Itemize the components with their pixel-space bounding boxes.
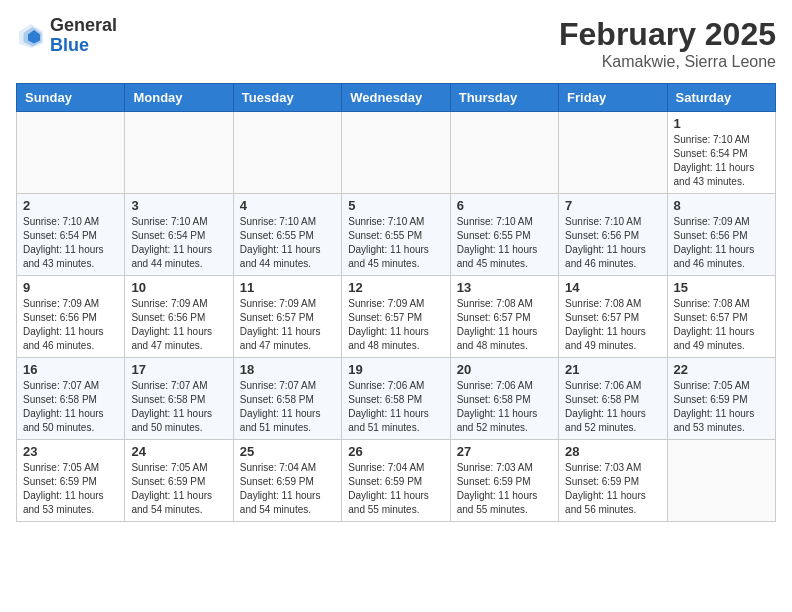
day-number: 3 — [131, 198, 226, 213]
day-info: Sunrise: 7:07 AM Sunset: 6:58 PM Dayligh… — [131, 379, 226, 435]
day-info: Sunrise: 7:10 AM Sunset: 6:54 PM Dayligh… — [674, 133, 769, 189]
calendar-cell: 20Sunrise: 7:06 AM Sunset: 6:58 PM Dayli… — [450, 358, 558, 440]
calendar-cell — [450, 112, 558, 194]
calendar-cell: 15Sunrise: 7:08 AM Sunset: 6:57 PM Dayli… — [667, 276, 775, 358]
location: Kamakwie, Sierra Leone — [559, 53, 776, 71]
calendar-cell: 25Sunrise: 7:04 AM Sunset: 6:59 PM Dayli… — [233, 440, 341, 522]
day-info: Sunrise: 7:05 AM Sunset: 6:59 PM Dayligh… — [674, 379, 769, 435]
day-number: 15 — [674, 280, 769, 295]
calendar-cell — [559, 112, 667, 194]
day-info: Sunrise: 7:07 AM Sunset: 6:58 PM Dayligh… — [240, 379, 335, 435]
calendar-cell: 17Sunrise: 7:07 AM Sunset: 6:58 PM Dayli… — [125, 358, 233, 440]
calendar-cell — [125, 112, 233, 194]
calendar-cell — [667, 440, 775, 522]
day-info: Sunrise: 7:09 AM Sunset: 6:56 PM Dayligh… — [23, 297, 118, 353]
day-info: Sunrise: 7:09 AM Sunset: 6:57 PM Dayligh… — [240, 297, 335, 353]
calendar-cell: 11Sunrise: 7:09 AM Sunset: 6:57 PM Dayli… — [233, 276, 341, 358]
logo-blue: Blue — [50, 36, 117, 56]
logo-text: General Blue — [50, 16, 117, 56]
calendar-cell: 4Sunrise: 7:10 AM Sunset: 6:55 PM Daylig… — [233, 194, 341, 276]
calendar-cell: 26Sunrise: 7:04 AM Sunset: 6:59 PM Dayli… — [342, 440, 450, 522]
day-info: Sunrise: 7:08 AM Sunset: 6:57 PM Dayligh… — [674, 297, 769, 353]
calendar-cell: 27Sunrise: 7:03 AM Sunset: 6:59 PM Dayli… — [450, 440, 558, 522]
day-number: 12 — [348, 280, 443, 295]
calendar-cell: 22Sunrise: 7:05 AM Sunset: 6:59 PM Dayli… — [667, 358, 775, 440]
calendar-week-row: 16Sunrise: 7:07 AM Sunset: 6:58 PM Dayli… — [17, 358, 776, 440]
day-number: 25 — [240, 444, 335, 459]
day-info: Sunrise: 7:05 AM Sunset: 6:59 PM Dayligh… — [131, 461, 226, 517]
calendar-cell — [342, 112, 450, 194]
weekday-header: Friday — [559, 84, 667, 112]
calendar-cell — [17, 112, 125, 194]
calendar-week-row: 9Sunrise: 7:09 AM Sunset: 6:56 PM Daylig… — [17, 276, 776, 358]
day-number: 18 — [240, 362, 335, 377]
calendar-cell: 2Sunrise: 7:10 AM Sunset: 6:54 PM Daylig… — [17, 194, 125, 276]
calendar-cell: 19Sunrise: 7:06 AM Sunset: 6:58 PM Dayli… — [342, 358, 450, 440]
day-info: Sunrise: 7:06 AM Sunset: 6:58 PM Dayligh… — [348, 379, 443, 435]
calendar-cell: 5Sunrise: 7:10 AM Sunset: 6:55 PM Daylig… — [342, 194, 450, 276]
day-info: Sunrise: 7:10 AM Sunset: 6:54 PM Dayligh… — [23, 215, 118, 271]
day-number: 16 — [23, 362, 118, 377]
calendar-cell — [233, 112, 341, 194]
weekday-header: Saturday — [667, 84, 775, 112]
logo-icon — [16, 21, 46, 51]
day-info: Sunrise: 7:08 AM Sunset: 6:57 PM Dayligh… — [457, 297, 552, 353]
day-info: Sunrise: 7:09 AM Sunset: 6:56 PM Dayligh… — [674, 215, 769, 271]
day-number: 10 — [131, 280, 226, 295]
day-number: 7 — [565, 198, 660, 213]
logo-general: General — [50, 16, 117, 36]
weekday-header: Sunday — [17, 84, 125, 112]
day-number: 21 — [565, 362, 660, 377]
title-block: February 2025 Kamakwie, Sierra Leone — [559, 16, 776, 71]
day-info: Sunrise: 7:06 AM Sunset: 6:58 PM Dayligh… — [457, 379, 552, 435]
day-number: 8 — [674, 198, 769, 213]
calendar-cell: 6Sunrise: 7:10 AM Sunset: 6:55 PM Daylig… — [450, 194, 558, 276]
day-info: Sunrise: 7:10 AM Sunset: 6:54 PM Dayligh… — [131, 215, 226, 271]
day-number: 23 — [23, 444, 118, 459]
day-number: 27 — [457, 444, 552, 459]
day-number: 19 — [348, 362, 443, 377]
day-number: 4 — [240, 198, 335, 213]
day-info: Sunrise: 7:03 AM Sunset: 6:59 PM Dayligh… — [565, 461, 660, 517]
day-info: Sunrise: 7:07 AM Sunset: 6:58 PM Dayligh… — [23, 379, 118, 435]
day-info: Sunrise: 7:10 AM Sunset: 6:55 PM Dayligh… — [457, 215, 552, 271]
day-info: Sunrise: 7:03 AM Sunset: 6:59 PM Dayligh… — [457, 461, 552, 517]
day-number: 20 — [457, 362, 552, 377]
calendar-cell: 24Sunrise: 7:05 AM Sunset: 6:59 PM Dayli… — [125, 440, 233, 522]
calendar-cell: 7Sunrise: 7:10 AM Sunset: 6:56 PM Daylig… — [559, 194, 667, 276]
day-number: 13 — [457, 280, 552, 295]
day-number: 28 — [565, 444, 660, 459]
calendar-cell: 28Sunrise: 7:03 AM Sunset: 6:59 PM Dayli… — [559, 440, 667, 522]
weekday-header-row: SundayMondayTuesdayWednesdayThursdayFrid… — [17, 84, 776, 112]
day-number: 1 — [674, 116, 769, 131]
calendar-cell: 23Sunrise: 7:05 AM Sunset: 6:59 PM Dayli… — [17, 440, 125, 522]
day-info: Sunrise: 7:09 AM Sunset: 6:57 PM Dayligh… — [348, 297, 443, 353]
day-info: Sunrise: 7:10 AM Sunset: 6:55 PM Dayligh… — [240, 215, 335, 271]
calendar-cell: 1Sunrise: 7:10 AM Sunset: 6:54 PM Daylig… — [667, 112, 775, 194]
day-number: 2 — [23, 198, 118, 213]
calendar: SundayMondayTuesdayWednesdayThursdayFrid… — [16, 83, 776, 522]
logo: General Blue — [16, 16, 117, 56]
calendar-cell: 14Sunrise: 7:08 AM Sunset: 6:57 PM Dayli… — [559, 276, 667, 358]
day-info: Sunrise: 7:05 AM Sunset: 6:59 PM Dayligh… — [23, 461, 118, 517]
day-info: Sunrise: 7:10 AM Sunset: 6:55 PM Dayligh… — [348, 215, 443, 271]
weekday-header: Thursday — [450, 84, 558, 112]
calendar-cell: 21Sunrise: 7:06 AM Sunset: 6:58 PM Dayli… — [559, 358, 667, 440]
day-info: Sunrise: 7:06 AM Sunset: 6:58 PM Dayligh… — [565, 379, 660, 435]
day-number: 17 — [131, 362, 226, 377]
day-number: 24 — [131, 444, 226, 459]
month-title: February 2025 — [559, 16, 776, 53]
day-info: Sunrise: 7:04 AM Sunset: 6:59 PM Dayligh… — [348, 461, 443, 517]
day-number: 5 — [348, 198, 443, 213]
calendar-cell: 3Sunrise: 7:10 AM Sunset: 6:54 PM Daylig… — [125, 194, 233, 276]
weekday-header: Wednesday — [342, 84, 450, 112]
weekday-header: Monday — [125, 84, 233, 112]
calendar-cell: 8Sunrise: 7:09 AM Sunset: 6:56 PM Daylig… — [667, 194, 775, 276]
calendar-cell: 12Sunrise: 7:09 AM Sunset: 6:57 PM Dayli… — [342, 276, 450, 358]
day-info: Sunrise: 7:08 AM Sunset: 6:57 PM Dayligh… — [565, 297, 660, 353]
calendar-cell: 18Sunrise: 7:07 AM Sunset: 6:58 PM Dayli… — [233, 358, 341, 440]
weekday-header: Tuesday — [233, 84, 341, 112]
calendar-cell: 16Sunrise: 7:07 AM Sunset: 6:58 PM Dayli… — [17, 358, 125, 440]
calendar-week-row: 1Sunrise: 7:10 AM Sunset: 6:54 PM Daylig… — [17, 112, 776, 194]
day-number: 9 — [23, 280, 118, 295]
